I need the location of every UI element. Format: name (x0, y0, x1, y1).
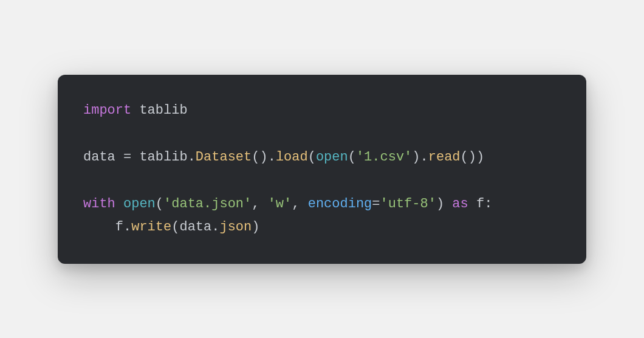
code-token-name: data (179, 219, 211, 235)
code-token-punct: (). (252, 150, 276, 165)
code-token-punct: . (188, 150, 196, 165)
code-token-space (131, 103, 139, 118)
code-token-builtin: open (123, 196, 156, 212)
code-token-attr: json (219, 219, 252, 235)
code-token-func: write (131, 219, 171, 235)
code-token-punct: . (123, 219, 131, 235)
code-token-space (444, 196, 452, 212)
code-token-keyword: import (83, 103, 131, 118)
code-token-name: data (83, 150, 115, 165)
code-token-string: 'data.json' (163, 196, 252, 212)
code-token-func: load (276, 150, 308, 165)
code-token-punct: ) (436, 196, 444, 212)
code-token-string: '1.csv' (356, 150, 412, 165)
code-token-func: Dataset (196, 150, 252, 165)
code-token-space (468, 196, 476, 212)
code-block: import tablib data = tablib.Dataset().lo… (58, 75, 586, 264)
code-content[interactable]: import tablib data = tablib.Dataset().lo… (83, 99, 561, 240)
code-token-punct: ) (252, 219, 259, 235)
code-token-space (115, 150, 123, 165)
code-token-name: f (476, 196, 484, 212)
code-token-punct: ( (348, 150, 356, 165)
code-token-name: f (115, 219, 123, 235)
code-token-punct: ( (171, 219, 179, 235)
code-token-builtin: open (316, 150, 348, 165)
code-token-punct: ). (412, 150, 428, 165)
code-token-keyword: as (452, 196, 468, 212)
code-token-string: 'w' (268, 196, 292, 212)
code-token-op: = (123, 150, 131, 165)
code-token-func: read (428, 150, 461, 165)
code-token-space (83, 219, 115, 235)
code-token-space (115, 196, 123, 212)
code-token-name: tablib (139, 103, 187, 118)
code-token-punct: , (252, 196, 267, 212)
code-token-punct: . (211, 219, 219, 235)
code-token-punct: : (484, 196, 492, 212)
code-token-name: tablib (139, 150, 187, 165)
code-token-op: = (372, 196, 380, 212)
code-token-punct: ( (308, 150, 316, 165)
code-token-space (131, 150, 139, 165)
code-token-punct: ( (156, 196, 163, 212)
code-token-punct: ()) (461, 150, 485, 165)
code-token-punct: , (292, 196, 307, 212)
code-token-keyword: with (83, 196, 115, 212)
code-token-param: encoding (308, 196, 372, 212)
code-token-string: 'utf-8' (380, 196, 436, 212)
